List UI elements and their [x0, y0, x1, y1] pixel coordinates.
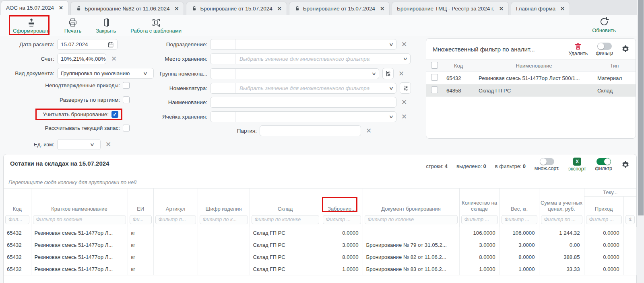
table-row[interactable]: 65432Резиновая смесь 51-1477ор Л...кгСкл… [4, 227, 636, 239]
chevron-down-icon[interactable]: ∨ [389, 86, 394, 91]
close-button[interactable]: Закрыть [96, 18, 116, 34]
col-short-name[interactable]: Краткое наименование [31, 189, 128, 214]
unit-select[interactable]: ∨ [57, 139, 101, 150]
department-combo[interactable]: ∨ [210, 39, 396, 50]
multisort-toggle[interactable]: множ.сорт. [535, 158, 559, 171]
analytics-row[interactable]: 64858Склад ГП РССклад [426, 84, 636, 97]
nomenclature-group-code-input[interactable] [211, 69, 235, 79]
filter-input-qty[interactable] [461, 215, 498, 224]
storage-place-combo[interactable]: Выбрать значение для множественного филь… [210, 53, 411, 64]
nomenclature-code-input[interactable] [211, 83, 235, 93]
unconfirmed-checkbox[interactable] [123, 82, 130, 89]
table-row[interactable]: 65432Резиновая смесь 51-1477ор Л...кгСкл… [4, 263, 636, 275]
select-all-checkbox[interactable] [431, 62, 438, 69]
chevron-down-icon[interactable]: ∨ [403, 56, 408, 62]
col-sum[interactable]: Сумма в учетных ценах, руб. [539, 189, 584, 214]
gear-icon[interactable] [621, 45, 630, 53]
toggle-off-icon[interactable] [540, 158, 554, 165]
generate-button[interactable]: Сформировать [13, 18, 50, 34]
storage-cell-code-input[interactable] [211, 112, 235, 122]
calendar-icon[interactable] [107, 41, 114, 48]
storage-cell-combo[interactable]: ∨ [210, 111, 396, 122]
clear-storage-cell-icon[interactable]: ✕ [401, 113, 407, 121]
delete-button[interactable]: Удалить [568, 42, 588, 56]
storage-place-code-input[interactable] [211, 54, 235, 64]
tab-reservation-1507-a[interactable]: Бронирование от 15.07.2024 ✕ [186, 2, 287, 15]
filter-input-cut[interactable] [625, 215, 635, 224]
filter-input-sum[interactable] [541, 215, 582, 224]
nomenclature-combo[interactable]: Выбрать значение для множественного филь… [210, 83, 396, 94]
col-unit[interactable]: ЕИ [128, 189, 153, 214]
tab-close-icon[interactable]: ✕ [499, 6, 504, 12]
tab-close-icon[interactable]: ✕ [560, 6, 565, 12]
export-button[interactable]: X экспорт [568, 158, 586, 172]
current-stock-checkbox[interactable] [123, 125, 130, 131]
gear-icon[interactable] [621, 160, 630, 169]
col-warehouse[interactable]: Склад [250, 189, 321, 214]
filter-input-unit[interactable] [130, 215, 152, 224]
nomenclature-group-combo[interactable]: ∨ [210, 68, 379, 79]
col-product-code[interactable]: Шифр изделия [198, 189, 250, 214]
tab-reservation-1507-b[interactable]: Бронирование от 15.07.2024 ✕ [289, 2, 390, 15]
name-filter-input[interactable] [210, 97, 396, 108]
clear-unit-icon[interactable]: ✕ [105, 140, 111, 149]
tab-close-icon[interactable]: ✕ [277, 6, 282, 12]
tab-close-icon[interactable]: ✕ [175, 6, 179, 12]
col-qty[interactable]: Количество на складе [459, 189, 500, 214]
col-reserved[interactable]: Забронир... [321, 189, 363, 214]
filter-input-product-code[interactable] [200, 215, 248, 224]
expand-batches-checkbox[interactable] [123, 96, 130, 103]
tab-reservation-82[interactable]: Бронирование №82 от 11.06.2024 ✕ [70, 2, 184, 15]
filter-input-short-name[interactable] [33, 215, 126, 224]
tab-registry-2024[interactable]: Бронирование ТМЦ - Реестр за 2024 г. ✕ [392, 2, 509, 15]
row-checkbox[interactable] [431, 86, 438, 93]
department-code-input[interactable] [211, 39, 235, 49]
tab-main-form[interactable]: Главная форма ✕ [511, 2, 570, 15]
tab-aoc[interactable]: АОС на 15.07.2024 ✕ [1, 0, 68, 15]
analytics-col-code[interactable]: Код [442, 60, 475, 72]
filter-input-article[interactable] [155, 215, 196, 224]
filter-input-reserved[interactable] [323, 215, 361, 224]
chevron-down-icon[interactable]: ∨ [389, 42, 394, 47]
filter-input-code[interactable] [5, 215, 29, 224]
filter-input-income[interactable] [586, 215, 622, 224]
col-cut[interactable] [623, 197, 636, 214]
nomenclature-tree-button[interactable] [400, 82, 411, 94]
doc-type-select[interactable]: Группировка по умолчанию ∨ [57, 68, 154, 79]
col-reservation-doc[interactable]: Документ бронирования [363, 189, 459, 214]
refresh-button[interactable]: Обновить [592, 16, 616, 33]
batch-input[interactable] [260, 125, 361, 136]
toggle-on-icon[interactable] [597, 158, 611, 165]
filter-input-reservation-doc[interactable] [365, 215, 458, 224]
col-code[interactable]: Код [4, 189, 31, 214]
table-row[interactable]: 65432Резиновая смесь 51-1477ор Л...кгСкл… [4, 239, 636, 251]
table-row[interactable]: 65432Резиновая смесь 51-1477ор Л...кгСкл… [4, 251, 636, 263]
clear-name-icon[interactable]: ✕ [401, 98, 407, 107]
chevron-down-icon[interactable]: ∨ [372, 71, 377, 76]
analytics-filter-toggle[interactable]: фильтр [596, 43, 613, 56]
calc-date-input[interactable]: 15.07.2024 [57, 39, 118, 50]
col-article[interactable]: Артикул [153, 189, 198, 214]
col-weight[interactable]: Вес, кг. [500, 189, 539, 214]
templates-button[interactable]: Работа с шаблонами [130, 18, 182, 34]
clear-department-icon[interactable]: ✕ [401, 40, 407, 49]
col-income[interactable]: Приход [584, 197, 623, 214]
tab-close-icon[interactable]: ✕ [59, 5, 63, 11]
tab-close-icon[interactable]: ✕ [380, 6, 384, 12]
clear-nomenclature-group-icon[interactable]: ✕ [398, 70, 404, 78]
analytics-col-type[interactable]: Тип [593, 60, 636, 72]
clear-batch-icon[interactable]: ✕ [366, 127, 372, 135]
account-input[interactable]: 10%,21%,4%,08% [57, 53, 106, 64]
analytics-col-name[interactable]: Наименование [475, 60, 593, 72]
reservation-checkbox[interactable]: ✓ [111, 111, 118, 118]
print-button[interactable]: Печать [64, 18, 82, 34]
clear-account-icon[interactable]: ✕ [111, 55, 117, 63]
results-filter-toggle[interactable]: фильтр [595, 158, 612, 171]
chevron-down-icon[interactable]: ∨ [389, 114, 394, 119]
nomenclature-group-tree-button[interactable] [382, 68, 394, 79]
filter-input-warehouse[interactable] [252, 215, 319, 224]
analytics-row[interactable]: 65432Резиновая смесь 51-1477ор Лист 500/… [426, 72, 636, 84]
filter-input-weight[interactable] [502, 215, 537, 224]
toggle-off-icon[interactable] [597, 43, 612, 50]
row-checkbox[interactable] [431, 74, 438, 81]
